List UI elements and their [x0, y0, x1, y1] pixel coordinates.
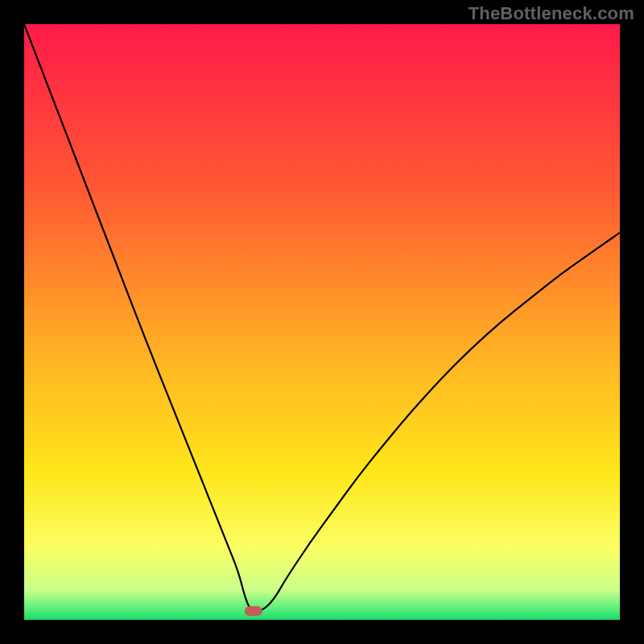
watermark-text: TheBottleneck.com [469, 3, 634, 24]
plot-area [24, 24, 620, 620]
chart-frame: TheBottleneck.com [0, 0, 644, 644]
bottleneck-curve-chart [24, 24, 620, 620]
optimal-point-marker [245, 606, 262, 616]
gradient-background [24, 24, 620, 620]
